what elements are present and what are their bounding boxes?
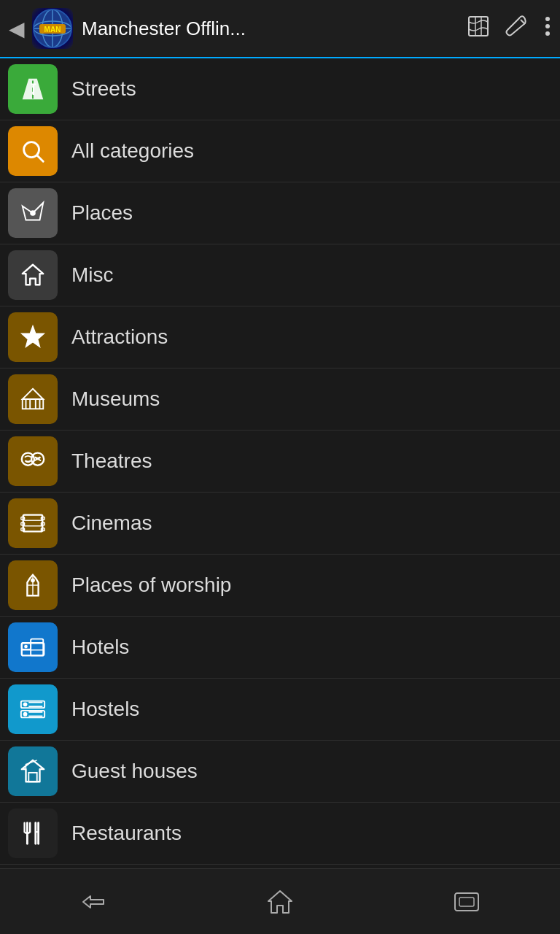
svg-rect-32 <box>23 515 43 532</box>
guesthouse-icon-wrap <box>0 741 66 803</box>
nav-back-button[interactable] <box>64 880 122 924</box>
hostel-icon-wrap <box>0 679 66 741</box>
svg-point-13 <box>545 24 550 28</box>
svg-point-49 <box>23 703 28 707</box>
museum-icon <box>8 374 58 424</box>
menu-item-misc[interactable]: Misc <box>0 244 560 306</box>
svg-line-21 <box>37 155 44 162</box>
hotel-icon-wrap <box>0 617 66 679</box>
menu-item-label-hotels: Hotels <box>71 636 129 659</box>
museum-icon-wrap <box>0 368 66 431</box>
svg-rect-45 <box>31 639 43 656</box>
menu-item-restaurants[interactable]: Restaurants <box>0 803 560 865</box>
menu-item-label-museums: Museums <box>71 387 160 411</box>
menu-item-hostels[interactable]: Hostels <box>0 679 560 741</box>
worship-icon-wrap <box>0 555 66 617</box>
house-icon <box>8 250 58 300</box>
back-arrow-icon[interactable]: ◀ <box>9 17 25 41</box>
top-bar: ◀ MAN Manchester Offlin... <box>0 0 560 58</box>
svg-rect-8 <box>469 17 488 36</box>
map-icon[interactable] <box>467 15 490 43</box>
menu-item-guesthouses[interactable]: Guest houses <box>0 741 560 803</box>
places-icon <box>8 188 58 238</box>
svg-marker-23 <box>22 326 44 347</box>
house-icon-wrap <box>0 244 66 306</box>
theatre-icon-wrap <box>0 431 66 493</box>
svg-point-14 <box>545 31 550 36</box>
menu-item-theatres[interactable]: Theatres <box>0 431 560 493</box>
menu-item-museums[interactable]: Museums <box>0 368 560 431</box>
more-options-icon[interactable] <box>544 15 551 42</box>
menu-item-worship[interactable]: Places of worship <box>0 555 560 617</box>
search-icon-wrap <box>0 120 66 182</box>
search-icon <box>8 126 58 176</box>
top-icons <box>467 14 551 44</box>
app-title: Manchester Offlin... <box>82 18 467 40</box>
places-icon-wrap <box>0 182 66 244</box>
svg-rect-61 <box>455 893 478 911</box>
star-icon-wrap <box>0 306 66 368</box>
nav-home-button[interactable] <box>251 880 309 924</box>
menu-item-label-theatres: Theatres <box>71 449 152 473</box>
hotel-icon <box>8 622 58 672</box>
svg-text:MAN: MAN <box>44 26 61 34</box>
hostel-icon <box>8 684 58 734</box>
menu-item-label-attractions: Attractions <box>71 325 168 349</box>
menu-item-cinemas[interactable]: Cinemas <box>0 493 560 555</box>
menu-item-label-all_categories: All categories <box>71 139 194 163</box>
svg-point-22 <box>30 210 36 216</box>
menu-item-label-cinemas: Cinemas <box>71 512 152 535</box>
film-icon <box>8 498 58 548</box>
svg-marker-29 <box>23 389 44 399</box>
star-icon <box>8 312 58 362</box>
guesthouse-icon <box>8 746 58 796</box>
svg-line-11 <box>521 20 525 24</box>
menu-item-label-worship: Places of worship <box>71 574 231 597</box>
menu-item-places[interactable]: Places <box>0 182 560 244</box>
svg-rect-62 <box>459 898 474 906</box>
svg-point-44 <box>24 645 28 649</box>
road-icon: ⊺ <box>8 64 58 114</box>
worship-icon <box>8 560 58 610</box>
menu-item-label-guesthouses: Guest houses <box>71 760 198 783</box>
menu-item-all_categories[interactable]: All categories <box>0 120 560 182</box>
restaurant-icon-wrap <box>0 803 66 865</box>
menu-item-hotels[interactable]: Hotels <box>0 617 560 679</box>
app-logo: MAN <box>32 8 73 49</box>
restaurant-icon <box>8 808 58 858</box>
svg-rect-56 <box>28 773 36 781</box>
svg-point-12 <box>545 17 550 21</box>
road-icon-wrap: ⊺ <box>0 58 66 120</box>
menu-list: ⊺ Streets All categories Places <box>0 58 560 868</box>
menu-item-label-hostels: Hostels <box>71 698 139 721</box>
menu-item-attractions[interactable]: Attractions <box>0 306 560 368</box>
svg-point-50 <box>23 712 28 717</box>
theatre-icon <box>8 436 58 486</box>
svg-point-41 <box>31 579 35 583</box>
svg-marker-55 <box>22 760 44 781</box>
menu-item-label-misc: Misc <box>71 263 114 287</box>
menu-item-streets[interactable]: ⊺ Streets <box>0 58 560 120</box>
svg-text:⊺: ⊺ <box>29 81 37 98</box>
menu-item-label-restaurants: Restaurants <box>71 822 182 845</box>
film-icon-wrap <box>0 493 66 555</box>
menu-item-label-places: Places <box>71 201 133 225</box>
nav-recent-button[interactable] <box>438 880 496 924</box>
bottom-nav <box>0 868 560 934</box>
wrench-icon[interactable] <box>505 14 529 44</box>
menu-item-label-streets: Streets <box>71 77 136 101</box>
globe-icon: MAN <box>32 8 73 49</box>
